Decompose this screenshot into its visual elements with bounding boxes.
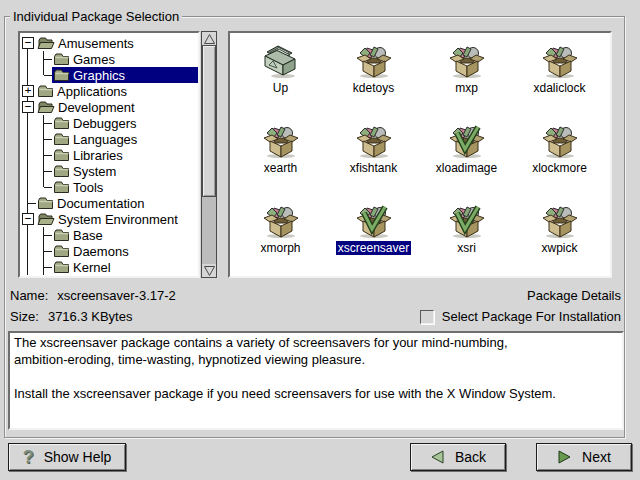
- tree-cell[interactable]: Amusements: [36, 35, 198, 51]
- package-name: Name:xscreensaver-3.17-2: [10, 288, 176, 303]
- tree-cell[interactable]: Applications: [36, 83, 198, 99]
- tree-item-label: Daemons: [73, 244, 129, 259]
- package-icon[interactable]: [261, 119, 301, 159]
- package-icon[interactable]: [447, 39, 487, 79]
- package-icon[interactable]: [540, 199, 580, 239]
- tree-cell[interactable]: Daemons: [52, 243, 198, 259]
- next-button[interactable]: Next: [536, 443, 632, 471]
- tree-item-applications[interactable]: +Applications: [20, 83, 198, 99]
- tree-connector: [20, 259, 36, 275]
- tree-item-daemons[interactable]: Daemons: [20, 243, 198, 259]
- package-xdaliclock[interactable]: xdaliclock: [513, 39, 606, 119]
- package-label: xmorph: [258, 241, 302, 255]
- package-checked-icon[interactable]: [447, 119, 487, 159]
- tree-item-languages[interactable]: Languages: [20, 131, 198, 147]
- tree-item-documentation[interactable]: Documentation: [20, 195, 198, 211]
- package-up[interactable]: Up: [234, 39, 327, 119]
- folder-open-icon: [37, 100, 55, 114]
- package-icon[interactable]: [354, 39, 394, 79]
- tree-item-system[interactable]: System: [20, 163, 198, 179]
- package-checked-icon[interactable]: [447, 199, 487, 239]
- tree-item-system-environment[interactable]: −System Environment: [20, 211, 198, 227]
- name-value: xscreensaver-3.17-2: [57, 288, 176, 303]
- name-row: Name:xscreensaver-3.17-2 Package Details: [10, 288, 621, 303]
- package-icon[interactable]: [540, 39, 580, 79]
- folder-icon: [53, 180, 70, 194]
- tree-item-development[interactable]: −Development: [20, 99, 198, 115]
- scroll-up-icon[interactable]: [202, 32, 216, 45]
- scrollbar-trough[interactable]: [202, 197, 216, 264]
- tree-item-label: Graphics: [73, 68, 125, 83]
- tree-cell[interactable]: System: [52, 163, 198, 179]
- tree-connector: [20, 195, 36, 211]
- package-label: xscreensaver: [336, 241, 411, 255]
- expander-plus-icon[interactable]: +: [20, 83, 36, 99]
- back-arrow-icon: [430, 449, 445, 465]
- tree-cell[interactable]: Graphics: [52, 67, 198, 83]
- folder-icon: [53, 244, 70, 258]
- package-label: xsri: [455, 241, 478, 255]
- size-label: Size:: [10, 309, 39, 324]
- package-icon[interactable]: [354, 119, 394, 159]
- package-label: mxp: [453, 81, 480, 95]
- tree-cell[interactable]: Documentation: [36, 195, 198, 211]
- package-xfishtank[interactable]: xfishtank: [327, 119, 420, 199]
- tree-connector: [36, 131, 52, 147]
- tree-cell[interactable]: Development: [36, 99, 198, 115]
- tree-connector: [20, 147, 36, 163]
- tree-cell[interactable]: Languages: [52, 131, 198, 147]
- package-xlockmore[interactable]: xlockmore: [513, 119, 606, 199]
- tree-connector: [20, 51, 36, 67]
- tree-cell[interactable]: Games: [52, 51, 198, 67]
- tree-cell[interactable]: Debuggers: [52, 115, 198, 131]
- tree-item-libraries[interactable]: Libraries: [20, 147, 198, 163]
- folder-up-icon[interactable]: [261, 39, 301, 79]
- tree-cell[interactable]: System Environment: [36, 211, 198, 227]
- scrollbar-thumb[interactable]: [202, 45, 216, 197]
- package-icon[interactable]: [540, 119, 580, 159]
- tree-cell[interactable]: Base: [52, 227, 198, 243]
- package-xmorph[interactable]: xmorph: [234, 199, 327, 279]
- package-mxp[interactable]: mxp: [420, 39, 513, 119]
- folder-icon: [53, 228, 70, 242]
- tree-connector: [20, 243, 36, 259]
- tree-cell[interactable]: Libraries: [52, 147, 198, 163]
- tree-item-debuggers[interactable]: Debuggers: [20, 115, 198, 131]
- package-description: The xscreensaver package contains a vari…: [8, 331, 624, 430]
- tree-cell[interactable]: Kernel: [52, 259, 198, 275]
- package-checked-icon[interactable]: [354, 199, 394, 239]
- package-xwpick[interactable]: xwpick: [513, 199, 606, 279]
- package-details-label: Package Details: [527, 288, 621, 303]
- tree-scrollbar[interactable]: [201, 31, 217, 278]
- expander-minus-icon[interactable]: −: [20, 211, 36, 227]
- tree-item-games[interactable]: Games: [20, 51, 198, 67]
- package-label: xdaliclock: [531, 81, 587, 95]
- tree-item-kernel[interactable]: Kernel: [20, 259, 198, 275]
- folder-icon: [37, 196, 54, 210]
- folder-icon: [53, 52, 70, 66]
- expander-minus-icon[interactable]: −: [20, 35, 36, 51]
- expander-minus-icon[interactable]: −: [20, 99, 36, 115]
- tree-item-amusements[interactable]: −Amusements: [20, 35, 198, 51]
- folder-icon: [53, 164, 70, 178]
- tree-item-label: Languages: [73, 132, 137, 147]
- select-package-control[interactable]: Select Package For Installation: [420, 309, 621, 324]
- package-xearth[interactable]: xearth: [234, 119, 327, 199]
- package-xscreensaver[interactable]: xscreensaver: [327, 199, 420, 279]
- package-xloadimage[interactable]: xloadimage: [420, 119, 513, 199]
- tree-item-graphics[interactable]: Graphics: [20, 67, 198, 83]
- tree-item-tools[interactable]: Tools: [20, 179, 198, 195]
- select-package-checkbox[interactable]: [420, 310, 434, 324]
- tree-item-label: Kernel: [73, 260, 111, 275]
- package-xsri[interactable]: xsri: [420, 199, 513, 279]
- tree-item-base[interactable]: Base: [20, 227, 198, 243]
- category-tree[interactable]: −AmusementsGamesGraphics+Applications−De…: [18, 31, 200, 278]
- back-button[interactable]: Back: [410, 443, 506, 471]
- show-help-button[interactable]: ? Show Help: [8, 443, 126, 471]
- package-kdetoys[interactable]: kdetoys: [327, 39, 420, 119]
- package-label: xfishtank: [348, 161, 399, 175]
- tree-cell[interactable]: Tools: [52, 179, 198, 195]
- scroll-down-icon[interactable]: [202, 264, 216, 277]
- package-icon[interactable]: [261, 199, 301, 239]
- package-label: xwpick: [539, 241, 579, 255]
